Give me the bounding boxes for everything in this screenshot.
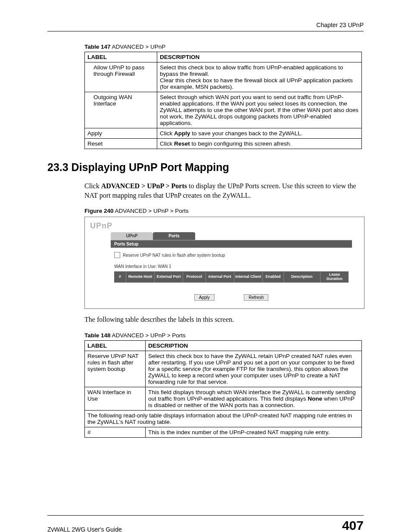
t148-r2-desc: This field displays through which WAN in… — [146, 387, 362, 410]
t147-r0-desc: Select this check box to allow traffic f… — [157, 62, 362, 92]
t148-r2-label: WAN Interface in Use — [85, 387, 146, 410]
reserve-checkbox-label: Reserve UPnP NAT rules in flash after sy… — [123, 253, 225, 258]
table148: LABEL DESCRIPTION Reserve UPnP NAT rules… — [84, 340, 362, 438]
col-internal-port: Internal Port — [206, 271, 234, 283]
table147: LABEL DESCRIPTION Allow UPnP to pass thr… — [84, 52, 362, 149]
apply-button[interactable]: Apply — [194, 294, 215, 301]
refresh-button[interactable]: Refresh — [244, 294, 268, 301]
upnp-ports-screenshot: UPnP UPnP Ports Ports Setup Reserve UPnP… — [84, 217, 364, 309]
t147-r2-bold: Apply — [174, 130, 190, 137]
table147-caption-bold: Table 147 — [84, 44, 111, 50]
tab-ports[interactable]: Ports — [153, 232, 195, 240]
p1-pre: Click — [84, 182, 101, 190]
col-number: # — [114, 271, 126, 283]
ports-setup-bar: Ports Setup — [111, 240, 352, 248]
t148-r4-label: # — [85, 427, 146, 437]
table147-head-label: LABEL — [85, 52, 157, 62]
table-row: # This is the index number of the UPnP-c… — [85, 427, 362, 437]
table148-caption: Table 148 ADVANCED > UPnP > Ports — [84, 332, 364, 339]
reserve-checkbox[interactable] — [114, 252, 120, 258]
t147-r1-label: Outgoing WAN Interface — [85, 92, 157, 128]
reserve-checkbox-row: Reserve UPnP NAT rules in flash after sy… — [114, 252, 349, 258]
ports-grid-header: # Remote Host External Port Protocol Int… — [114, 271, 349, 283]
col-lease-duration: Lease Duration — [321, 271, 349, 283]
section-para2: The following table describes the labels… — [84, 315, 364, 324]
col-remote-host: Remote Host — [126, 271, 155, 283]
t147-r3-bold: Reset — [174, 140, 190, 147]
t148-r1-desc: Select this check box to have the ZyWALL… — [146, 351, 362, 387]
t147-r3-label: Reset — [85, 139, 157, 149]
chapter-header: Chapter 23 UPnP — [47, 22, 364, 31]
t147-r0-label: Allow UPnP to pass through Firewall — [85, 62, 157, 92]
section-heading: 23.3 Displaying UPnP Port Mapping — [47, 161, 364, 174]
col-description: Description — [284, 271, 321, 283]
panel-body: Reserve UPnP NAT rules in flash after sy… — [111, 248, 352, 285]
tab-strip: UPnP Ports — [111, 232, 360, 240]
footer-page-number: 407 — [342, 518, 364, 532]
t148-span-row: The following read-only table displays i… — [85, 410, 362, 427]
wan-interface-line: WAN Interface in Use: WAN 1 — [114, 264, 349, 269]
table147-caption: Table 147 ADVANCED > UPnP — [84, 44, 364, 50]
ui-title: UPnP — [90, 221, 360, 230]
col-protocol: Protocol — [183, 271, 206, 283]
t147-r3-pre: Click — [160, 140, 174, 147]
footer-guide: ZyWALL 2WG User's Guide — [47, 526, 122, 532]
table-row: WAN Interface in Use This field displays… — [85, 387, 362, 410]
t147-r3-desc: Click Reset to begin configuring this sc… — [157, 139, 362, 149]
t147-r2-post: to save your changes back to the ZyWALL. — [190, 130, 303, 137]
figure-caption-bold: Figure 240 — [84, 208, 114, 214]
col-enabled: Enabled — [263, 271, 284, 283]
page-footer: ZyWALL 2WG User's Guide 407 — [47, 515, 364, 532]
tab-upnp[interactable]: UPnP — [111, 232, 153, 240]
figure-caption-rest: ADVANCED > UPnP > Ports — [114, 208, 189, 214]
t147-r1-desc: Select through which WAN port you want t… — [157, 92, 362, 128]
table-row: Outgoing WAN Interface Select through wh… — [85, 92, 362, 128]
table-row: Apply Click Apply to save your changes b… — [85, 128, 362, 139]
section-para1: Click ADVANCED > UPnP > Ports to display… — [84, 181, 364, 200]
t147-r2-pre: Click — [160, 130, 174, 137]
col-internal-client: Internal Client — [234, 271, 263, 283]
t148-r4-desc: This is the index number of the UPnP-cre… — [146, 427, 362, 437]
table-row: Reserve UPnP NAT rules in flash after sy… — [85, 351, 362, 387]
table-row: The following read-only table displays i… — [85, 410, 362, 427]
t147-r2-label: Apply — [85, 128, 157, 139]
table147-caption-rest: ADVANCED > UPnP — [111, 44, 166, 50]
table148-head-desc: DESCRIPTION — [146, 340, 362, 351]
t147-r3-post: to begin configuring this screen afresh. — [190, 140, 292, 147]
table147-head-desc: DESCRIPTION — [157, 52, 362, 62]
table-row: Reset Click Reset to begin configuring t… — [85, 139, 362, 149]
t147-r2-desc: Click Apply to save your changes back to… — [157, 128, 362, 139]
table-row: Allow UPnP to pass through Firewall Sele… — [85, 62, 362, 92]
table148-caption-rest: ADVANCED > UPnP > Ports — [111, 332, 186, 339]
button-row: Apply Refresh — [111, 285, 352, 302]
t148-r1-label: Reserve UPnP NAT rules in flash after sy… — [85, 351, 146, 387]
table148-head-label: LABEL — [85, 340, 146, 351]
col-external-port: External Port — [155, 271, 183, 283]
ports-panel: Ports Setup Reserve UPnP NAT rules in fl… — [111, 240, 352, 302]
figure-caption: Figure 240 ADVANCED > UPnP > Ports — [84, 208, 364, 214]
p1-bold: ADVANCED > UPnP > Ports — [101, 182, 187, 190]
table148-caption-bold: Table 148 — [84, 332, 111, 339]
t148-r2-bold: None — [308, 395, 322, 402]
